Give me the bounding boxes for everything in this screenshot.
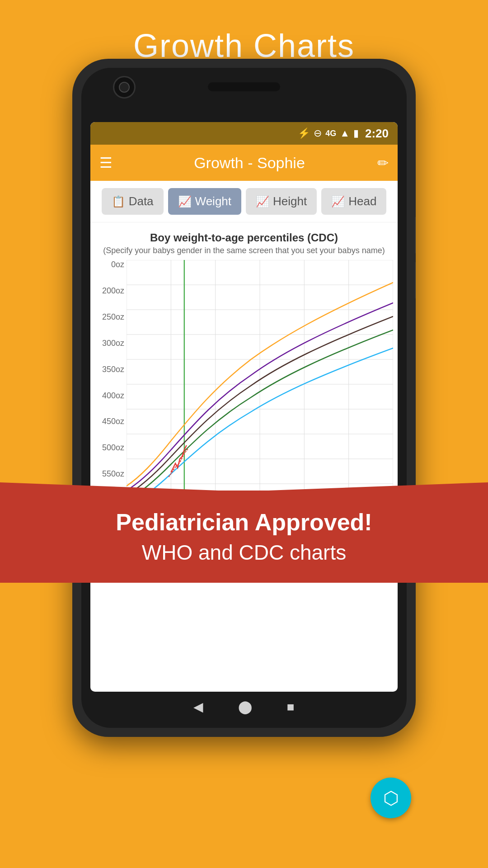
app-bar-title: Growth - Sophie	[122, 154, 377, 172]
tab-height[interactable]: 📈 Height	[246, 188, 317, 215]
banner-title: Pediatrician Approved!	[14, 509, 474, 536]
tab-weight[interactable]: 📈 Weight	[168, 188, 241, 215]
y-label-450: 450oz	[95, 417, 127, 426]
menu-icon[interactable]: ☰	[99, 154, 113, 171]
volume-button-2	[415, 262, 416, 298]
phone-screen: ⚡ ⊖ 4G ▲ ▮ 2:20 ☰ Growth - Sophie ✏ 📋 Da…	[81, 68, 407, 728]
y-label-250: 250oz	[95, 312, 127, 322]
y-label-0: 0oz	[95, 260, 127, 269]
layers-icon: ⬡	[383, 788, 399, 808]
tab-head[interactable]: 📈 Head	[321, 188, 386, 215]
height-tab-icon: 📈	[256, 195, 269, 208]
weight-tab-label: Weight	[195, 194, 231, 208]
battery-icon: ▮	[353, 127, 359, 139]
nav-bar: ◀ ⬤ ■	[176, 699, 312, 714]
y-label-350: 350oz	[95, 365, 127, 374]
edit-icon[interactable]: ✏	[377, 155, 389, 171]
status-bar: ⚡ ⊖ 4G ▲ ▮ 2:20	[90, 122, 398, 145]
head-tab-label: Head	[348, 194, 376, 208]
back-button[interactable]: ◀	[193, 699, 203, 714]
chart-title: Boy weight-to-age percentiles (CDC)	[95, 231, 393, 244]
status-icons: ⚡ ⊖ 4G ▲ ▮ 2:20	[298, 127, 389, 141]
home-button[interactable]: ⬤	[238, 699, 252, 714]
height-tab-label: Height	[273, 194, 307, 208]
volume-button-1	[415, 217, 416, 253]
phone-camera	[113, 76, 136, 99]
chart-subtitle: (Specify your babys gender in the same s…	[95, 246, 393, 255]
phone-frame: ⚡ ⊖ 4G ▲ ▮ 2:20 ☰ Growth - Sophie ✏ 📋 Da…	[72, 59, 416, 737]
bluetooth-icon: ⚡	[298, 127, 310, 139]
weight-tab-icon: 📈	[178, 195, 192, 208]
head-tab-icon: 📈	[331, 195, 345, 208]
phone-speaker	[208, 82, 280, 91]
data-tab-label: Data	[129, 194, 154, 208]
tab-data[interactable]: 📋 Data	[102, 188, 164, 215]
fab-button[interactable]: ⬡	[371, 778, 411, 818]
y-label-500: 500oz	[95, 443, 127, 453]
signal-bars-icon: ▲	[340, 127, 350, 139]
y-label-400: 400oz	[95, 391, 127, 401]
y-label-300: 300oz	[95, 339, 127, 348]
app-screen: ⚡ ⊖ 4G ▲ ▮ 2:20 ☰ Growth - Sophie ✏ 📋 Da…	[90, 122, 398, 692]
y-label-550: 550oz	[95, 469, 127, 479]
y-label-200: 200oz	[95, 286, 127, 296]
minus-icon: ⊖	[314, 127, 322, 139]
status-time: 2:20	[365, 127, 389, 141]
signal-4g-icon: 4G	[325, 129, 336, 138]
promo-banner: Pediatrician Approved! WHO and CDC chart…	[0, 491, 488, 583]
app-bar: ☰ Growth - Sophie ✏	[90, 145, 398, 181]
banner-subtitle: WHO and CDC charts	[14, 540, 474, 565]
data-tab-icon: 📋	[112, 195, 125, 208]
chart-container: Boy weight-to-age percentiles (CDC) (Spe…	[90, 222, 398, 692]
tabs-container: 📋 Data 📈 Weight 📈 Height 📈 Head	[90, 181, 398, 222]
recents-button[interactable]: ■	[287, 700, 295, 714]
